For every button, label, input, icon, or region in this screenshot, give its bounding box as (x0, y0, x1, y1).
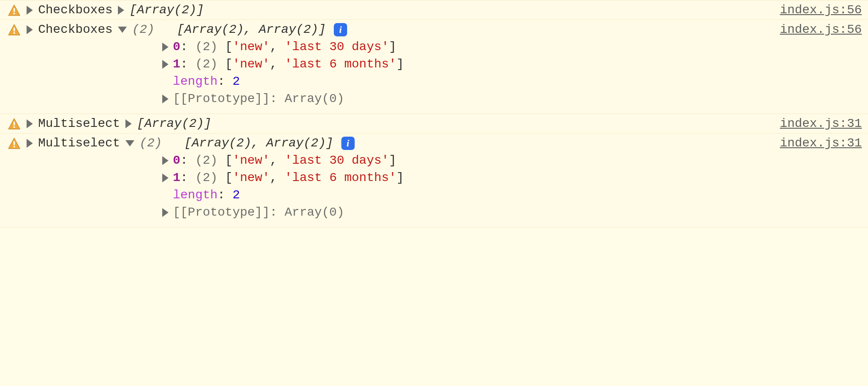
array-length: (2) (132, 23, 154, 36)
array-item[interactable]: 1: (2) ['new', 'last 6 months'] (162, 55, 862, 73)
property-value: 2 (232, 75, 240, 88)
item-count: (2) (195, 154, 217, 167)
string-value: 'new' (232, 40, 270, 54)
log-label: Multiselect (38, 117, 120, 130)
property-key: length (173, 188, 218, 202)
console-row-head: Checkboxes [Array(2)] index.js:56 (8, 3, 862, 17)
expand-toggle-icon[interactable] (162, 60, 168, 69)
info-icon[interactable]: i (341, 137, 355, 150)
source-link[interactable]: index.js:31 (780, 136, 862, 150)
log-label: Checkboxes (38, 3, 113, 17)
property-value: Array(0) (285, 92, 344, 106)
console-warning-row: Multiselect (2) [Array(2), Array(2)] i i… (0, 133, 868, 228)
property-key: [[Prototype]] (173, 92, 270, 106)
array-item[interactable]: 1: (2) ['new', 'last 6 months'] (162, 169, 862, 186)
log-label: Multiselect (38, 136, 120, 150)
array-item[interactable]: 0: (2) ['new', 'last 30 days'] (162, 152, 862, 169)
item-index: 1 (173, 171, 180, 185)
console-row-head: Multiselect (2) [Array(2), Array(2)] i i… (8, 136, 862, 150)
array-preview: [Array(2), Array(2)] (184, 136, 333, 150)
console-warning-row: Multiselect [Array(2)] index.js:31 (0, 114, 868, 134)
object-summary[interactable]: (2) [Array(2), Array(2)] (140, 136, 333, 150)
expand-toggle-icon[interactable] (162, 208, 168, 217)
item-count: (2) (195, 40, 217, 54)
array-preview: [Array(2), Array(2)] (177, 23, 326, 36)
expand-toggle-icon[interactable] (162, 156, 168, 165)
item-index: 0 (173, 154, 180, 167)
expand-toggle-icon[interactable] (27, 139, 33, 148)
info-icon[interactable]: i (334, 23, 347, 36)
svg-rect-2 (13, 28, 15, 32)
item-index: 0 (173, 40, 180, 54)
expand-toggle-icon[interactable] (162, 43, 168, 51)
warning-icon (8, 118, 20, 130)
console-warning-row: Checkboxes (2) [Array(2), Array(2)] i in… (0, 20, 868, 114)
console-row-head: Multiselect [Array(2)] index.js:31 (8, 117, 862, 130)
svg-point-1 (13, 12, 15, 14)
expand-toggle-icon[interactable] (27, 119, 33, 128)
prototype-property[interactable]: [[Prototype]]: Array(0) (162, 90, 862, 107)
collapse-toggle-icon[interactable] (125, 140, 134, 146)
array-length: (2) (140, 136, 162, 150)
source-link[interactable]: index.js:56 (780, 23, 862, 36)
object-summary[interactable]: [Array(2)] (137, 117, 211, 130)
object-summary[interactable]: [Array(2)] (129, 3, 204, 17)
property-key: [[Prototype]] (173, 205, 270, 219)
object-summary[interactable]: (2) [Array(2), Array(2)] (132, 23, 326, 36)
svg-rect-4 (13, 122, 15, 126)
string-value: 'last 6 months' (285, 57, 396, 71)
expand-toggle-icon[interactable] (162, 173, 168, 182)
warning-icon (8, 138, 20, 149)
item-count: (2) (195, 57, 217, 71)
warning-icon (8, 4, 20, 16)
string-value: 'new' (232, 57, 270, 71)
string-value: 'last 6 months' (285, 171, 396, 185)
prototype-property[interactable]: [[Prototype]]: Array(0) (162, 204, 862, 221)
svg-rect-0 (13, 8, 15, 12)
expand-toggle-icon[interactable] (27, 6, 33, 15)
collapse-toggle-icon[interactable] (118, 27, 127, 33)
console-warning-row: Checkboxes [Array(2)] index.js:56 (0, 0, 868, 20)
item-index: 1 (173, 57, 180, 71)
expand-toggle-icon[interactable] (162, 95, 168, 103)
property-value: Array(0) (285, 205, 344, 219)
object-children: 0: (2) ['new', 'last 30 days'] 1: (2) ['… (8, 36, 862, 111)
item-count: (2) (195, 171, 217, 185)
string-value: 'new' (232, 154, 270, 167)
svg-point-7 (13, 146, 15, 147)
string-value: 'new' (232, 171, 270, 185)
length-property: length: 2 (162, 73, 862, 90)
length-property: length: 2 (162, 186, 862, 204)
expand-toggle-icon[interactable] (125, 119, 132, 128)
source-link[interactable]: index.js:31 (780, 117, 862, 130)
object-children: 0: (2) ['new', 'last 30 days'] 1: (2) ['… (8, 150, 862, 225)
array-item[interactable]: 0: (2) ['new', 'last 30 days'] (162, 38, 862, 55)
svg-point-5 (13, 126, 15, 128)
warning-icon (8, 24, 20, 35)
string-value: 'last 30 days' (285, 154, 389, 167)
expand-toggle-icon[interactable] (118, 6, 124, 15)
string-value: 'last 30 days' (285, 40, 389, 54)
log-label: Checkboxes (38, 23, 113, 36)
console-row-head: Checkboxes (2) [Array(2), Array(2)] i in… (8, 23, 862, 36)
property-value: 2 (232, 188, 240, 202)
source-link[interactable]: index.js:56 (780, 3, 862, 17)
expand-toggle-icon[interactable] (27, 25, 33, 34)
svg-point-3 (13, 32, 15, 34)
property-key: length (173, 75, 218, 88)
svg-rect-6 (13, 141, 15, 145)
